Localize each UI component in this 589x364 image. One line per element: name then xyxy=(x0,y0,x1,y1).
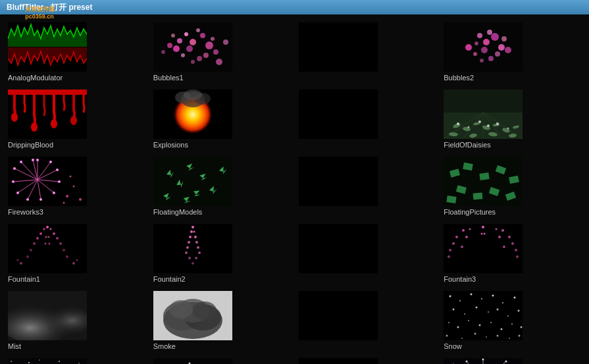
svg-point-22 xyxy=(491,33,499,41)
main-content[interactable]: AnalogModulator xyxy=(0,14,589,364)
svg-point-89 xyxy=(13,167,16,170)
preset-item-fireworks3[interactable]: Fireworks3 xyxy=(5,154,148,219)
svg-point-32 xyxy=(501,36,507,41)
svg-point-85 xyxy=(39,198,42,201)
svg-point-193 xyxy=(518,310,520,312)
preset-item-smoke[interactable]: Smoke xyxy=(151,288,294,353)
svg-point-26 xyxy=(487,30,492,35)
preset-thumbnail-spacer-1 xyxy=(299,22,378,72)
svg-line-78 xyxy=(21,162,38,180)
svg-line-72 xyxy=(38,180,54,193)
svg-point-92 xyxy=(66,195,68,197)
svg-point-285 xyxy=(505,361,507,363)
svg-point-65 xyxy=(468,126,470,128)
svg-point-67 xyxy=(507,128,509,130)
svg-point-138 xyxy=(190,230,193,233)
preset-item-bubbles1[interactable]: Bubbles1 xyxy=(151,20,294,84)
preset-thumbnail-stars-warpspeed xyxy=(444,358,523,364)
preset-item-analog-modulator[interactable]: AnalogModulator xyxy=(5,20,148,84)
preset-thumbnail-fireworks3 xyxy=(8,157,87,206)
svg-point-196 xyxy=(468,320,469,321)
svg-line-70 xyxy=(38,170,57,180)
svg-point-206 xyxy=(497,335,499,337)
svg-point-154 xyxy=(449,249,451,251)
svg-point-19 xyxy=(161,50,165,54)
preset-item-stars-static[interactable]: Stars Static xyxy=(5,355,148,364)
preset-item-dripping-blood[interactable]: DrippingBlood xyxy=(5,87,148,151)
svg-point-200 xyxy=(511,323,513,325)
svg-point-142 xyxy=(188,241,190,244)
preset-label-smoke: Smoke xyxy=(153,342,176,350)
preset-item-fountain3[interactable]: Fountain3 xyxy=(441,221,584,286)
preset-thumbnail-explosions xyxy=(153,90,232,139)
preset-item-stars-twinkling[interactable]: Stars Twinkling xyxy=(151,355,294,364)
preset-label-analog-modulator: AnalogModulator xyxy=(8,74,63,82)
svg-point-162 xyxy=(515,249,517,251)
svg-point-28 xyxy=(495,51,500,57)
svg-point-167 xyxy=(496,228,498,230)
svg-point-199 xyxy=(501,328,503,330)
svg-point-178 xyxy=(169,300,193,319)
svg-marker-98 xyxy=(186,163,195,172)
svg-rect-108 xyxy=(480,172,490,180)
preset-item-field-of-daisies[interactable]: FieldOfDaisies xyxy=(441,87,584,151)
svg-point-136 xyxy=(49,243,51,245)
svg-line-77 xyxy=(14,169,38,180)
svg-point-119 xyxy=(39,232,42,235)
svg-point-94 xyxy=(63,202,65,204)
svg-rect-112 xyxy=(473,192,483,199)
preset-label-explosions: Explosions xyxy=(153,141,188,149)
svg-point-185 xyxy=(502,302,503,303)
preset-item-floating-models[interactable]: FloatingModels xyxy=(151,154,294,219)
svg-point-194 xyxy=(448,322,449,323)
svg-point-116 xyxy=(46,226,49,228)
preset-item-snow[interactable]: Snow xyxy=(441,288,584,353)
svg-line-69 xyxy=(38,162,51,180)
preset-item-fountain2[interactable]: Fountain2 xyxy=(151,221,294,286)
svg-rect-114 xyxy=(505,192,517,201)
preset-item-stars-warpspeed[interactable]: Stars Warpspeed xyxy=(441,355,584,364)
svg-point-189 xyxy=(476,307,478,309)
svg-point-87 xyxy=(16,192,19,194)
watermark: 河东软件园pc0359.cn xyxy=(0,0,79,26)
svg-point-91 xyxy=(32,159,34,161)
svg-point-212 xyxy=(28,362,30,363)
svg-point-153 xyxy=(452,242,455,245)
preset-item-spacer-4 xyxy=(296,221,439,286)
svg-point-24 xyxy=(498,44,505,51)
preset-item-bubbles2[interactable]: Bubbles2 xyxy=(441,20,584,84)
preset-label-field-of-daisies: FieldOfDaisies xyxy=(444,141,491,149)
svg-point-84 xyxy=(53,192,55,194)
title-bar: BluffTitler - 打开 preset 河东软件园pc0359.cn xyxy=(0,0,589,14)
svg-point-182 xyxy=(471,294,473,296)
preset-label-bubbles2: Bubbles2 xyxy=(444,74,474,82)
svg-point-25 xyxy=(474,41,478,45)
preset-item-mist[interactable]: Mist xyxy=(5,288,148,353)
svg-point-14 xyxy=(191,60,195,64)
svg-point-201 xyxy=(521,326,523,328)
svg-point-151 xyxy=(462,229,465,232)
svg-point-133 xyxy=(45,236,47,238)
preset-item-explosions[interactable]: Explosions xyxy=(151,87,294,151)
svg-point-205 xyxy=(486,336,487,338)
svg-point-44 xyxy=(184,90,202,100)
svg-point-88 xyxy=(12,180,14,183)
preset-item-floating-pictures[interactable]: FloatingPictures xyxy=(441,154,584,219)
preset-thumbnail-spacer-2 xyxy=(299,90,378,139)
svg-point-180 xyxy=(449,296,451,298)
presets-grid: AnalogModulator xyxy=(5,20,584,364)
svg-rect-35 xyxy=(8,90,87,95)
svg-point-213 xyxy=(39,359,40,361)
svg-point-188 xyxy=(464,313,465,315)
preset-label-snow: Snow xyxy=(444,342,462,350)
preset-item-fountain1[interactable]: Fountain1 xyxy=(5,221,148,286)
svg-point-159 xyxy=(501,229,504,232)
svg-point-64 xyxy=(496,122,499,125)
svg-point-195 xyxy=(457,326,459,328)
svg-point-126 xyxy=(63,249,65,251)
svg-point-122 xyxy=(56,237,59,240)
svg-point-179 xyxy=(193,301,217,320)
svg-line-71 xyxy=(38,180,59,182)
svg-point-12 xyxy=(173,45,180,52)
preset-thumbnail-field-of-daisies xyxy=(444,90,523,139)
